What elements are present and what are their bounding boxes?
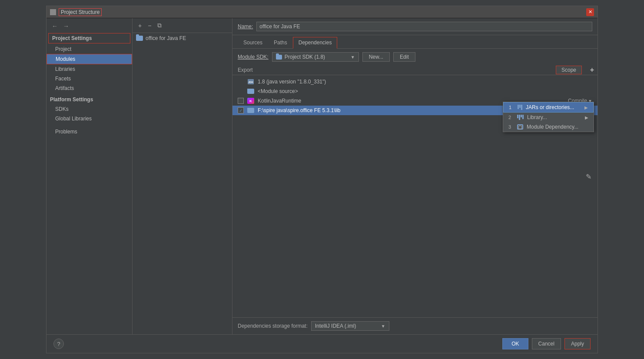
sidebar-item-global-libraries[interactable]: Global Libraries xyxy=(46,114,132,123)
dep-name-source: <Module source> xyxy=(258,88,592,94)
storage-row: Dependencies storage format: IntelliJ ID… xyxy=(232,317,598,334)
nav-back-fwd: ← → xyxy=(46,20,132,33)
bottom-bar: ? OK Cancel Apply xyxy=(46,334,598,353)
sidebar-item-artifacts[interactable]: Artifacts xyxy=(46,83,132,93)
side-actions: ✎ xyxy=(585,171,592,181)
edit-pencil-button[interactable]: ✎ xyxy=(585,171,592,181)
window-title: Project Structure xyxy=(59,8,102,16)
jars-icon xyxy=(518,105,522,110)
menu-arrow-jars: ▶ xyxy=(584,105,588,110)
apply-button[interactable]: Apply xyxy=(564,338,591,349)
cancel-button[interactable]: Cancel xyxy=(532,338,561,349)
library-icon xyxy=(517,115,524,120)
project-structure-dialog: Project Structure ✕ ← → Project Settings… xyxy=(46,6,598,353)
sdk-value: Project SDK (1.8) xyxy=(285,54,348,60)
menu-item-module-dep[interactable]: 3 Module Dependency... xyxy=(503,122,594,132)
dep-name-jdk: 1.8 (java version "1.8.0_331") xyxy=(258,79,592,85)
sidebar-item-project[interactable]: Project xyxy=(46,44,132,54)
name-row: Name: xyxy=(232,18,598,35)
svg-rect-2 xyxy=(51,12,55,13)
add-module-button[interactable]: + xyxy=(136,21,144,30)
forward-button[interactable]: → xyxy=(61,22,71,30)
dep-checkbox-kotlin[interactable] xyxy=(238,98,244,104)
name-input[interactable] xyxy=(256,22,592,31)
menu-num-2: 2 xyxy=(508,115,514,120)
tabs-row: Sources Paths Dependencies xyxy=(232,35,598,49)
dep-folder-icon-spire xyxy=(247,108,254,113)
title-bar-left: Project Structure xyxy=(50,8,102,16)
menu-num-3: 3 xyxy=(508,124,514,130)
close-button[interactable]: ✕ xyxy=(586,8,594,16)
sdk-dropdown[interactable]: Project SDK (1.8) ▼ xyxy=(272,52,359,62)
left-panel: ← → Project Settings Project Modules Lib… xyxy=(46,18,133,334)
copy-module-button[interactable]: ⧉ xyxy=(155,21,164,30)
dep-jdk-icon: JDK xyxy=(247,79,254,85)
deps-table-header: Export Scope + xyxy=(232,65,598,75)
dep-item-jdk[interactable]: JDK 1.8 (java version "1.8.0_331") xyxy=(232,77,598,86)
sidebar-item-sdks[interactable]: SDKs xyxy=(46,104,132,114)
app-icon xyxy=(50,9,56,15)
sdk-edit-button[interactable]: Edit xyxy=(393,52,415,62)
svg-text:JDK: JDK xyxy=(248,81,254,83)
sdk-label: Module SDK: xyxy=(238,54,269,60)
middle-panel: + − ⧉ office for Java FE xyxy=(133,18,232,334)
project-settings-header: Project Settings xyxy=(48,33,130,43)
storage-dropdown-arrow: ▼ xyxy=(381,324,385,329)
remove-module-button[interactable]: − xyxy=(146,21,153,30)
sdk-row: Module SDK: Project SDK (1.8) ▼ New... E… xyxy=(232,49,598,65)
menu-num-1: 1 xyxy=(509,105,514,110)
tab-paths[interactable]: Paths xyxy=(268,37,293,48)
sidebar-item-problems[interactable]: Problems xyxy=(46,127,132,136)
svg-rect-1 xyxy=(51,11,55,12)
platform-settings-header: Platform Settings xyxy=(46,93,132,104)
menu-arrow-library: ▶ xyxy=(585,115,588,120)
middle-toolbar: + − ⧉ xyxy=(133,18,232,33)
module-name: office for Java FE xyxy=(146,35,186,41)
tab-sources[interactable]: Sources xyxy=(238,37,268,48)
menu-item-jars[interactable]: 1 JARs or directories... ▶ xyxy=(503,102,594,113)
menu-label-jars: JARs or directories... xyxy=(526,104,574,110)
menu-label-module-dep: Module Dependency... xyxy=(527,124,578,130)
storage-value: IntelliJ IDEA (.iml) xyxy=(315,323,378,329)
title-bar: Project Structure ✕ xyxy=(46,6,598,18)
dep-kotlin-icon: K xyxy=(247,98,254,104)
storage-label: Dependencies storage format: xyxy=(238,323,308,329)
sdk-folder-icon xyxy=(276,55,282,60)
module-folder-icon xyxy=(136,36,143,41)
right-panel: Name: Sources Paths Dependencies Module … xyxy=(232,18,598,334)
context-menu: 1 JARs or directories... ▶ 2 xyxy=(503,102,594,132)
back-button[interactable]: ← xyxy=(50,22,60,30)
scope-button[interactable]: Scope xyxy=(556,66,582,74)
module-dep-icon xyxy=(517,124,523,130)
storage-dropdown[interactable]: IntelliJ IDEA (.iml) ▼ xyxy=(311,321,389,331)
menu-label-library: Library... xyxy=(527,114,547,120)
sidebar-item-libraries[interactable]: Libraries xyxy=(46,64,132,74)
add-dependency-button[interactable]: + xyxy=(590,66,594,74)
tab-dependencies[interactable]: Dependencies xyxy=(293,37,338,49)
sidebar-item-facets[interactable]: Facets xyxy=(46,74,132,83)
help-button[interactable]: ? xyxy=(53,339,64,349)
module-item[interactable]: office for Java FE xyxy=(133,33,232,43)
sdk-dropdown-arrow: ▼ xyxy=(351,55,355,60)
svg-rect-3 xyxy=(51,13,53,14)
sdk-new-button[interactable]: New... xyxy=(362,52,390,62)
dep-folder-icon-source xyxy=(247,89,254,94)
sidebar-item-modules[interactable]: Modules xyxy=(46,54,132,64)
dep-item-module-source[interactable]: <Module source> xyxy=(232,86,598,96)
export-label: Export xyxy=(238,67,264,73)
ok-button[interactable]: OK xyxy=(502,338,528,349)
dialog-body: ← → Project Settings Project Modules Lib… xyxy=(46,18,598,334)
name-label: Name: xyxy=(238,23,253,30)
dep-checkbox-spire[interactable]: ✓ xyxy=(238,107,244,113)
menu-item-library[interactable]: 2 Library... ▶ xyxy=(503,113,594,122)
